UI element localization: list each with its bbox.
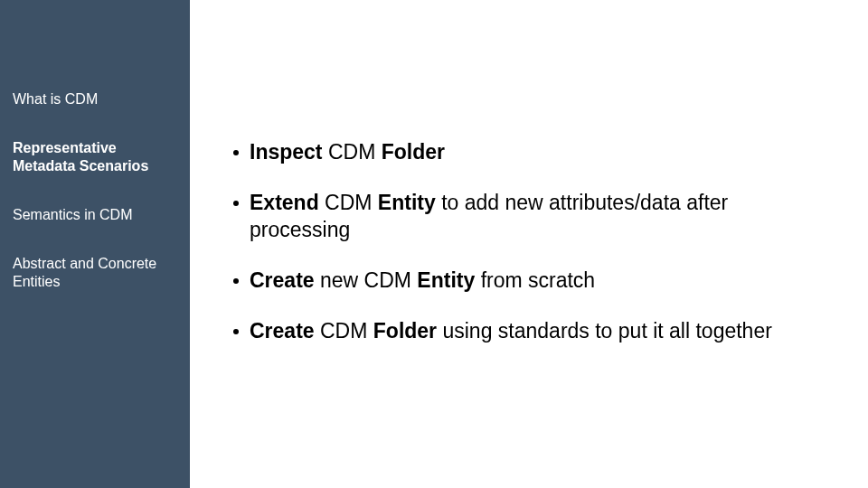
- bullet-text-part: Inspect: [250, 140, 323, 164]
- bullet-text-part: Create: [250, 268, 315, 292]
- nav-item-abstract-concrete-entities[interactable]: Abstract and Concrete Entities: [13, 255, 177, 291]
- bullet-list: Inspect CDM Folder Extend CDM Entity to …: [233, 139, 832, 344]
- bullet-text-part: using standards to put it all together: [437, 319, 772, 343]
- bullet-text-part: Folder: [382, 140, 445, 164]
- bullet-text-part: CDM: [319, 191, 378, 214]
- bullet-text-part: Entity: [417, 268, 475, 292]
- bullet-text-part: Folder: [373, 319, 437, 343]
- list-item: Create CDM Folder using standards to put…: [233, 318, 832, 345]
- bullet-text-part: CDM: [315, 319, 373, 343]
- main-content: Inspect CDM Folder Extend CDM Entity to …: [190, 0, 868, 488]
- list-item: Create new CDM Entity from scratch: [233, 267, 832, 295]
- content-area: Inspect CDM Folder Extend CDM Entity to …: [190, 0, 868, 344]
- bullet-text-part: CDM: [323, 140, 382, 164]
- bullet-text-part: Entity: [378, 191, 436, 214]
- nav-item-representative-metadata-scenarios[interactable]: Representative Metadata Scenarios: [13, 139, 177, 175]
- bullet-text-part: Create: [250, 319, 315, 343]
- sidebar-nav: What is CDM Representative Metadata Scen…: [0, 0, 190, 291]
- bullet-text-part: new CDM: [315, 268, 418, 292]
- list-item: Extend CDM Entity to add new attributes/…: [233, 190, 832, 244]
- bullet-text-part: from scratch: [475, 268, 595, 292]
- list-item: Inspect CDM Folder: [233, 139, 832, 166]
- bullet-text-part: Extend: [250, 191, 319, 214]
- sidebar: What is CDM Representative Metadata Scen…: [0, 0, 190, 488]
- nav-item-semantics-in-cdm[interactable]: Semantics in CDM: [13, 206, 177, 224]
- nav-item-what-is-cdm[interactable]: What is CDM: [13, 90, 177, 108]
